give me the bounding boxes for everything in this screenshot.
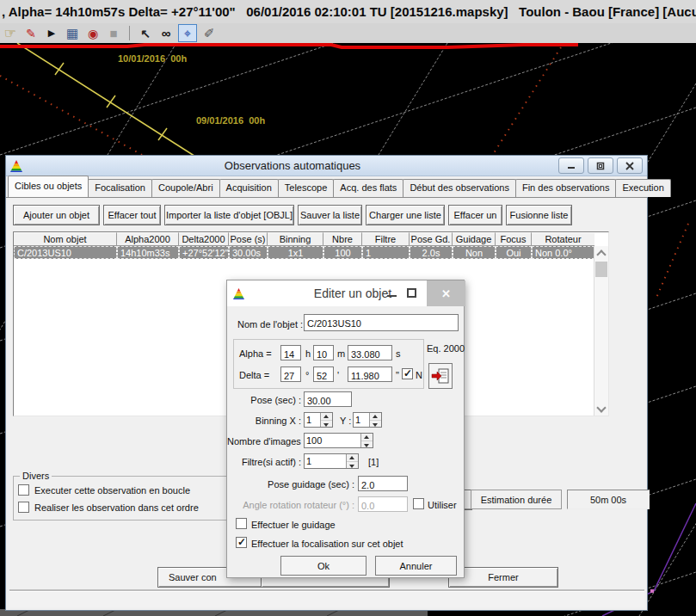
col-header[interactable]: Focus bbox=[496, 232, 532, 246]
cursor-icon[interactable]: ↖ bbox=[137, 25, 154, 41]
binoculars-icon[interactable]: ∞ bbox=[157, 25, 175, 41]
tab-debut-des-observations[interactable]: Début des observations bbox=[403, 179, 516, 197]
spin-up-icon[interactable] bbox=[361, 434, 373, 441]
tab-fin-des-observations[interactable]: Fin des observations bbox=[515, 179, 617, 197]
annuler-button[interactable]: Annuler bbox=[375, 556, 457, 576]
tab-focalisation[interactable]: Focalisation bbox=[88, 179, 152, 197]
binning-x-stepper[interactable] bbox=[304, 412, 333, 428]
tab-strip: Cibles ou objets Focalisation Coupole/Ab… bbox=[8, 177, 670, 197]
alpha-s-field[interactable] bbox=[348, 345, 392, 360]
sauver-la-liste-button[interactable]: Sauver la liste bbox=[298, 205, 362, 225]
delta-m-field[interactable] bbox=[313, 367, 334, 382]
col-header[interactable]: Filtre bbox=[362, 232, 410, 246]
edit-maximize-button[interactable] bbox=[407, 288, 416, 298]
scroll-up-icon[interactable] bbox=[594, 246, 608, 260]
observations-titlebar[interactable]: Observations automatiques bbox=[6, 156, 647, 176]
scroll-down-icon[interactable] bbox=[594, 402, 608, 416]
fusionne-liste-button[interactable]: Fusionne liste bbox=[506, 205, 572, 225]
effectuer-focalisation-checkbox[interactable] bbox=[236, 537, 247, 548]
calendar-grid-icon[interactable]: ▦ bbox=[64, 25, 81, 41]
ajouter-un-objet-button[interactable]: Ajouter un objet bbox=[13, 205, 100, 225]
tab-acquisition[interactable]: Acquisition bbox=[219, 179, 279, 197]
alpha-h-field[interactable] bbox=[280, 345, 301, 360]
cell-guidage[interactable]: Non bbox=[453, 246, 496, 259]
col-header[interactable]: Nom objet bbox=[14, 232, 117, 246]
spin-up-icon[interactable] bbox=[321, 413, 332, 421]
utiliser-checkbox[interactable] bbox=[413, 498, 424, 509]
play-icon[interactable]: ▶ bbox=[43, 25, 60, 41]
ok-button[interactable]: Ok bbox=[280, 556, 366, 576]
nom-objet-field[interactable] bbox=[304, 314, 459, 331]
effacer-tout-button[interactable]: Effacer tout bbox=[103, 205, 161, 225]
hand-icon[interactable]: ☞ bbox=[2, 25, 19, 41]
effectuer-focalisation-label[interactable]: Effectuer la focalisation sur cet objet bbox=[251, 539, 403, 549]
fermer-button[interactable]: Fermer bbox=[448, 567, 558, 588]
tab-coupole-abri[interactable]: Coupole/Abri bbox=[151, 179, 220, 197]
cell-binning[interactable]: 1x1 bbox=[268, 246, 323, 259]
effectuer-guidage-checkbox[interactable] bbox=[236, 518, 247, 529]
alpha-m-field[interactable] bbox=[313, 345, 334, 360]
col-header[interactable]: Delta2000 bbox=[179, 232, 229, 246]
minimize-button[interactable] bbox=[558, 157, 584, 174]
cell-delta2000[interactable]: +27°52'12" bbox=[179, 246, 229, 259]
scrollbar-thumb[interactable] bbox=[595, 262, 607, 277]
edit-close-button[interactable] bbox=[427, 280, 465, 306]
tab-telescope[interactable]: Telescope bbox=[278, 179, 335, 197]
spin-up-icon[interactable] bbox=[370, 413, 381, 421]
delta-d-field[interactable] bbox=[280, 367, 301, 382]
crosshair-icon[interactable]: ⌖ bbox=[178, 24, 197, 42]
spin-down-icon[interactable] bbox=[347, 462, 358, 469]
spin-up-icon[interactable] bbox=[347, 454, 358, 462]
tab-acq-des-flats[interactable]: Acq. des flats bbox=[333, 179, 403, 197]
cell-pose-gd[interactable]: 2.0s bbox=[410, 246, 453, 259]
col-header[interactable]: Pose Gd. bbox=[410, 232, 453, 246]
restore-button[interactable] bbox=[588, 157, 613, 174]
edit-minimize-button[interactable] bbox=[387, 295, 397, 297]
delta-s-field[interactable] bbox=[348, 367, 392, 382]
cell-focus[interactable]: Oui bbox=[496, 246, 532, 259]
col-header[interactable]: Nbre bbox=[323, 232, 362, 246]
cell-pose[interactable]: 30.00s bbox=[229, 246, 268, 259]
table-row-selected[interactable]: C/2013US10 14h10m33s +27°52'12" 30.00s 1… bbox=[14, 246, 608, 259]
delta-north-checkbox[interactable] bbox=[402, 368, 413, 379]
importer-liste-button[interactable]: Importer la liste d'objet [OBJL] bbox=[164, 205, 294, 225]
cell-rotateur[interactable]: Non 0.0° bbox=[532, 246, 594, 259]
filtre-stepper[interactable] bbox=[304, 453, 359, 469]
tab-execution[interactable]: Execution bbox=[615, 179, 670, 197]
cell-filtre[interactable]: 1 bbox=[362, 246, 410, 259]
boucle-checkbox[interactable] bbox=[18, 484, 29, 496]
angle-rotateur-label: Angle rotation rotateur (°) : bbox=[227, 500, 354, 510]
estimation-duree-value: 50m 00s bbox=[567, 490, 650, 509]
pose-field[interactable] bbox=[304, 391, 352, 407]
cell-alpha2000[interactable]: 14h10m33s bbox=[117, 246, 179, 259]
nombre-images-stepper[interactable] bbox=[304, 433, 373, 448]
measure-icon[interactable]: ✐ bbox=[200, 25, 218, 41]
pose-guidage-field[interactable] bbox=[358, 476, 408, 491]
ordre-checkbox-label[interactable]: Realiser les observation dans cet ordre bbox=[34, 502, 199, 513]
estimation-duree-button[interactable]: Estimation durée bbox=[471, 490, 562, 509]
list-scrollbar[interactable] bbox=[594, 246, 608, 416]
col-header[interactable]: Pose (s) bbox=[229, 232, 268, 246]
ordre-checkbox[interactable] bbox=[18, 502, 29, 513]
col-header[interactable]: Alpha2000 bbox=[117, 232, 179, 246]
boucle-checkbox-label[interactable]: Executer cette observation en boucle bbox=[34, 485, 190, 496]
gray-square-icon[interactable]: ■ bbox=[105, 25, 122, 41]
binning-y-stepper[interactable] bbox=[353, 412, 382, 428]
spin-down-icon[interactable] bbox=[321, 421, 332, 428]
col-header[interactable]: Binning bbox=[268, 232, 323, 246]
apply-coords-button[interactable] bbox=[428, 363, 453, 389]
col-header[interactable]: Guidage bbox=[453, 232, 496, 246]
cell-nom-objet[interactable]: C/2013US10 bbox=[14, 246, 117, 259]
planet-finder-icon[interactable]: ◉ bbox=[84, 25, 102, 41]
pen-icon[interactable]: ✎ bbox=[22, 25, 40, 41]
cell-nbre[interactable]: 100 bbox=[323, 246, 362, 259]
pose-label: Pose (sec) : bbox=[227, 395, 301, 405]
col-header[interactable]: Rotateur bbox=[532, 232, 594, 246]
close-button[interactable] bbox=[617, 157, 643, 174]
tab-cibles-ou-objets[interactable]: Cibles ou objets bbox=[8, 176, 89, 197]
spin-down-icon[interactable] bbox=[370, 421, 381, 428]
effacer-un-button[interactable]: Effacer un bbox=[448, 205, 502, 225]
charger-une-liste-button[interactable]: Charger une liste bbox=[366, 205, 445, 225]
spin-down-icon[interactable] bbox=[361, 441, 373, 448]
effectuer-guidage-label[interactable]: Effectuer le guidage bbox=[251, 520, 336, 530]
